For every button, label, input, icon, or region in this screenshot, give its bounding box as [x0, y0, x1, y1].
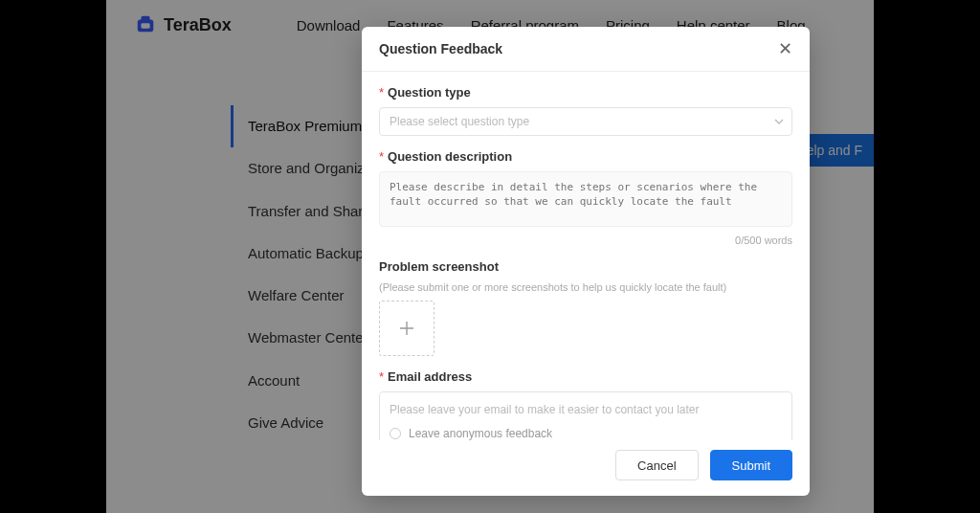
chevron-down-icon — [774, 119, 784, 124]
modal-footer: Cancel Submit — [362, 440, 810, 496]
label-screenshot: Problem screenshot — [379, 259, 792, 274]
field-screenshot: Problem screenshot (Please submit one or… — [379, 259, 792, 356]
modal-body: *Question type Please select question ty… — [362, 72, 810, 440]
label-question-description: *Question description — [379, 149, 792, 164]
modal-header: Question Feedback ✕ — [362, 27, 810, 72]
question-description-input[interactable] — [379, 171, 792, 227]
screenshot-hint: (Please submit one or more screenshots t… — [379, 281, 792, 293]
modal-title: Question Feedback — [379, 41, 502, 56]
label-question-type: *Question type — [379, 85, 792, 100]
plus-icon — [398, 320, 415, 337]
email-input[interactable] — [390, 403, 782, 416]
label-email: *Email address — [379, 369, 792, 384]
field-question-description: *Question description 0/500 words — [379, 149, 792, 246]
field-question-type: *Question type Please select question ty… — [379, 85, 792, 136]
question-type-select[interactable]: Please select question type — [379, 107, 792, 136]
cancel-button[interactable]: Cancel — [615, 450, 698, 480]
field-email: *Email address Leave anonymous feedback — [379, 369, 792, 440]
question-feedback-modal: Question Feedback ✕ *Question type Pleas… — [362, 27, 810, 496]
anonymous-label: Leave anonymous feedback — [409, 427, 552, 440]
question-type-placeholder: Please select question type — [390, 115, 529, 128]
email-box: Leave anonymous feedback — [379, 391, 792, 440]
screenshot-uploader[interactable] — [379, 301, 434, 356]
submit-button[interactable]: Submit — [710, 450, 792, 480]
anonymous-row[interactable]: Leave anonymous feedback — [390, 427, 782, 440]
word-counter: 0/500 words — [379, 234, 792, 246]
close-icon[interactable]: ✕ — [778, 40, 792, 57]
radio-icon — [390, 428, 401, 439]
